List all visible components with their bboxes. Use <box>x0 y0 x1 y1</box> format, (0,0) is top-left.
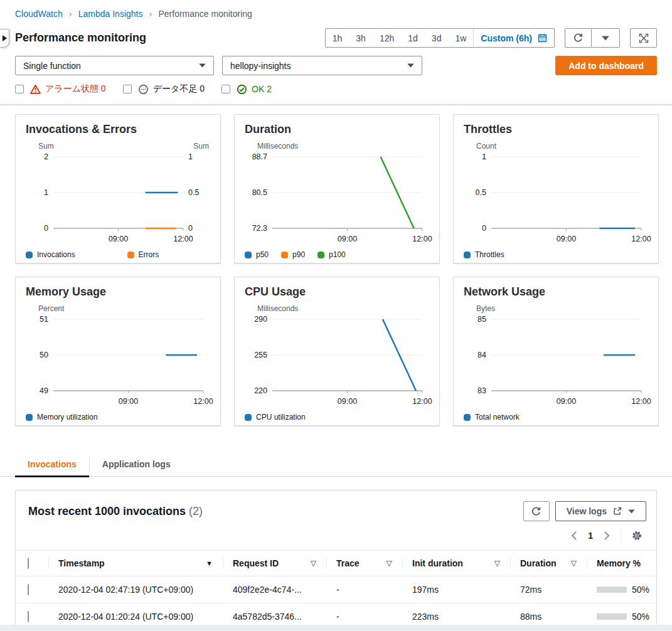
column-label: Request ID <box>233 558 279 568</box>
page-number[interactable]: 1 <box>582 531 599 541</box>
legend-item[interactable]: Invocations <box>26 250 127 259</box>
svg-text:220: 220 <box>254 386 267 395</box>
alarm-filter[interactable]: データ不足 0 <box>123 83 205 95</box>
svg-text:290: 290 <box>254 315 267 324</box>
breadcrumb-item[interactable]: CloudWatch <box>15 9 63 19</box>
insufficient-data-icon <box>138 84 149 95</box>
sort-icon[interactable]: ▽ <box>571 559 577 568</box>
row-select-cell <box>16 576 48 603</box>
view-logs-button[interactable]: View logs <box>555 501 646 521</box>
column-header[interactable]: Request ID▽ <box>223 551 326 576</box>
legend-item[interactable]: CPU utilization <box>245 413 306 422</box>
legend-item[interactable]: Memory utilization <box>26 413 98 422</box>
tab-invocations[interactable]: Invocations <box>15 452 89 477</box>
caret-down-icon <box>628 509 635 514</box>
tab-application-logs[interactable]: Application logs <box>90 452 183 477</box>
chart-axis-units: Percent <box>38 304 209 313</box>
legend-item[interactable]: p100 <box>317 250 346 259</box>
column-header[interactable]: Timestamp▼ <box>48 551 223 576</box>
sort-icon[interactable]: ▽ <box>494 559 500 568</box>
external-link-icon <box>613 507 622 516</box>
memory-percent: 50% <box>632 585 649 595</box>
function-name-select[interactable]: hellopy-insights <box>222 56 422 75</box>
page-title: Performance monitoring <box>15 31 146 45</box>
breadcrumb-separator-icon: › <box>149 8 152 19</box>
next-page-button[interactable] <box>599 531 616 540</box>
legend-item[interactable]: p50 <box>245 250 269 259</box>
alarm-filter[interactable]: アラーム状態 0 <box>15 83 106 95</box>
time-range-1d[interactable]: 1d <box>401 29 425 47</box>
checkbox[interactable] <box>15 85 24 93</box>
refresh-icon <box>531 506 541 517</box>
column-header[interactable]: Memory % <box>587 551 657 576</box>
svg-text:12:00: 12:00 <box>412 397 432 406</box>
breadcrumb-item: Performance monitoring <box>158 9 252 19</box>
breadcrumb-item[interactable]: Lambda Insights <box>78 9 143 19</box>
column-header[interactable]: Init duration▽ <box>402 551 510 576</box>
chart-legend: InvocationsErrors <box>26 250 210 259</box>
time-range-3d[interactable]: 3d <box>425 29 449 47</box>
column-label: Memory % <box>597 558 641 568</box>
legend-item[interactable]: Throttles <box>464 250 504 259</box>
svg-text:1: 1 <box>482 152 486 161</box>
legend-item[interactable]: p90 <box>281 250 305 259</box>
breadcrumb-separator-icon: › <box>69 8 72 19</box>
refresh-options-button[interactable] <box>592 28 620 48</box>
table-refresh-button[interactable] <box>523 501 550 521</box>
svg-text:12:00: 12:00 <box>173 235 193 243</box>
legend-swatch <box>26 414 33 421</box>
svg-text:51: 51 <box>40 315 48 324</box>
table-settings-button[interactable] <box>626 530 648 541</box>
alarm-filter-label: OK 2 <box>252 84 272 94</box>
row-checkbox[interactable] <box>28 584 29 595</box>
column-header[interactable]: Trace▽ <box>326 551 402 576</box>
select-all-checkbox[interactable] <box>28 558 29 569</box>
trace-cell: - <box>326 576 402 603</box>
time-range-1h[interactable]: 1h <box>326 29 349 47</box>
table-count: (2) <box>189 505 203 517</box>
legend-swatch <box>464 414 471 421</box>
chart-legend: CPU utilization <box>245 413 429 422</box>
chart-card: Invocations & ErrorsSumSum21010.5009:001… <box>15 114 221 263</box>
svg-text:0.5: 0.5 <box>476 188 486 197</box>
svg-text:0.5: 0.5 <box>188 188 199 197</box>
chart-title: Invocations & Errors <box>26 123 210 136</box>
time-range-3h[interactable]: 3h <box>349 29 373 47</box>
sort-icon[interactable]: ▽ <box>311 559 316 568</box>
left-axis-unit: Sum <box>38 142 54 151</box>
memory-bar: 50% <box>597 585 657 595</box>
sort-icon[interactable]: ▽ <box>387 559 392 568</box>
function-scope-select[interactable]: Single function <box>15 56 214 75</box>
add-to-dashboard-button[interactable]: Add to dashboard <box>555 56 657 75</box>
legend-item[interactable]: Errors <box>127 250 210 259</box>
legend-item[interactable]: Total network <box>464 413 520 422</box>
alarm-filter[interactable]: OK 2 <box>221 84 272 95</box>
open-sidebar-button[interactable] <box>0 29 9 48</box>
svg-text:09:00: 09:00 <box>119 397 138 406</box>
chart-card: ThrottlesCount10.5009:0012:00Throttles <box>453 114 659 263</box>
chart-plot: 88.780.572.309:0012:00 <box>245 152 429 246</box>
column-header[interactable]: Duration▽ <box>510 551 587 576</box>
checkbox[interactable] <box>123 85 132 93</box>
checkbox[interactable] <box>221 85 230 93</box>
fullscreen-button[interactable] <box>630 28 657 48</box>
chart-title: Memory Usage <box>26 285 210 299</box>
refresh-button[interactable] <box>565 28 592 48</box>
gear-icon <box>631 530 643 541</box>
chart-title: Throttles <box>464 123 648 136</box>
svg-text:1: 1 <box>188 152 193 161</box>
chart-legend: Memory utilization <box>26 413 210 422</box>
time-range-custom[interactable]: Custom (6h) <box>473 29 554 47</box>
chart-axis-units: Count <box>476 142 647 151</box>
invocations-table: Timestamp▼Request ID▽Trace▽Init duration… <box>16 550 657 630</box>
row-checkbox[interactable] <box>28 611 29 622</box>
svg-text:12:00: 12:00 <box>631 397 651 406</box>
svg-text:0: 0 <box>482 224 486 233</box>
prev-page-button[interactable] <box>565 531 582 540</box>
refresh-icon <box>573 33 584 43</box>
time-range-12h[interactable]: 12h <box>373 29 401 47</box>
legend-swatch <box>317 252 324 258</box>
time-range-1w[interactable]: 1w <box>448 29 473 47</box>
svg-text:49: 49 <box>40 386 48 395</box>
sort-desc-icon[interactable]: ▼ <box>206 559 213 567</box>
